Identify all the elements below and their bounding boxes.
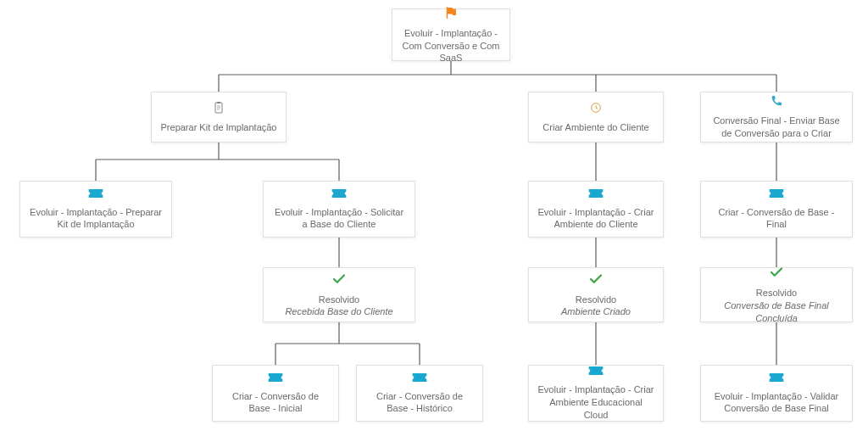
node-label: Criar - Conversão de Base - Final <box>709 206 843 232</box>
node-root[interactable]: Evoluir - Implantação - Com Conversão e … <box>392 8 510 61</box>
node-ambiente-cloud[interactable]: Evoluir - Implantação - Criar Ambiente E… <box>528 365 664 422</box>
ticket-icon <box>587 365 604 380</box>
node-title: Resolvido <box>756 287 797 299</box>
node-label: Criar - Conversão de Base - Histórico <box>365 390 474 416</box>
node-label: Criar - Conversão de Base - Inicial <box>221 390 330 416</box>
ticket-icon <box>331 187 348 203</box>
node-label: Evoluir - Implantação - Preparar Kit de … <box>29 206 163 232</box>
check-icon <box>331 271 347 290</box>
node-criar-ambiente[interactable]: Criar Ambiente do Cliente <box>528 92 664 143</box>
node-preparar-kit[interactable]: Preparar Kit de Implantação <box>151 92 287 143</box>
phone-icon <box>770 94 783 111</box>
check-icon <box>588 271 604 290</box>
ticket-icon <box>587 187 604 203</box>
node-preparar-kit-task[interactable]: Evoluir - Implantação - Preparar Kit de … <box>19 181 172 238</box>
flag-icon <box>443 5 459 24</box>
ticket-icon <box>768 372 785 387</box>
node-title: Resolvido <box>576 294 616 306</box>
node-label: Conversão Final - Enviar Base de Convers… <box>709 115 843 140</box>
ticket-icon <box>87 187 104 203</box>
node-subtitle: Recebida Base do Cliente <box>285 305 392 318</box>
node-resolvido-base[interactable]: Resolvido Recebida Base do Cliente <box>263 267 415 322</box>
node-label: Evoluir - Implantação - Solicitar a Base… <box>272 206 406 232</box>
node-criar-ambiente-task[interactable]: Evoluir - Implantação - Criar Ambiente d… <box>528 181 664 238</box>
ticket-icon <box>411 372 428 387</box>
node-conv-inicial[interactable]: Criar - Conversão de Base - Inicial <box>212 365 339 422</box>
node-label: Criar Ambiente do Cliente <box>542 121 648 134</box>
node-label: Evoluir - Implantação - Validar Conversã… <box>709 390 843 416</box>
check-icon <box>769 265 784 283</box>
ticket-icon <box>768 187 785 203</box>
node-subtitle: Ambiente Criado <box>561 305 631 318</box>
clipboard-icon <box>212 101 225 118</box>
node-solicitar-base[interactable]: Evoluir - Implantação - Solicitar a Base… <box>263 181 415 238</box>
node-resolvido-conv-final[interactable]: Resolvido Conversão de Base Final Conclu… <box>700 267 853 322</box>
node-label: Preparar Kit de Implantação <box>161 121 277 134</box>
clock-icon <box>589 101 603 118</box>
node-conversao-final[interactable]: Conversão Final - Enviar Base de Convers… <box>700 92 853 143</box>
node-subtitle: Conversão de Base Final Concluída <box>709 299 843 325</box>
node-validar-conv-final[interactable]: Evoluir - Implantação - Validar Conversã… <box>700 365 853 422</box>
svg-rect-1 <box>217 102 220 104</box>
node-conv-historico[interactable]: Criar - Conversão de Base - Histórico <box>356 365 483 422</box>
node-title: Resolvido <box>319 294 359 306</box>
ticket-icon <box>267 372 284 387</box>
node-label: Evoluir - Implantação - Criar Ambiente d… <box>537 206 654 232</box>
node-conv-final-task[interactable]: Criar - Conversão de Base - Final <box>700 181 853 238</box>
node-label: Evoluir - Implantação - Com Conversão e … <box>401 27 501 65</box>
node-resolvido-ambiente[interactable]: Resolvido Ambiente Criado <box>528 267 664 322</box>
node-label: Evoluir - Implantação - Criar Ambiente E… <box>537 383 654 422</box>
